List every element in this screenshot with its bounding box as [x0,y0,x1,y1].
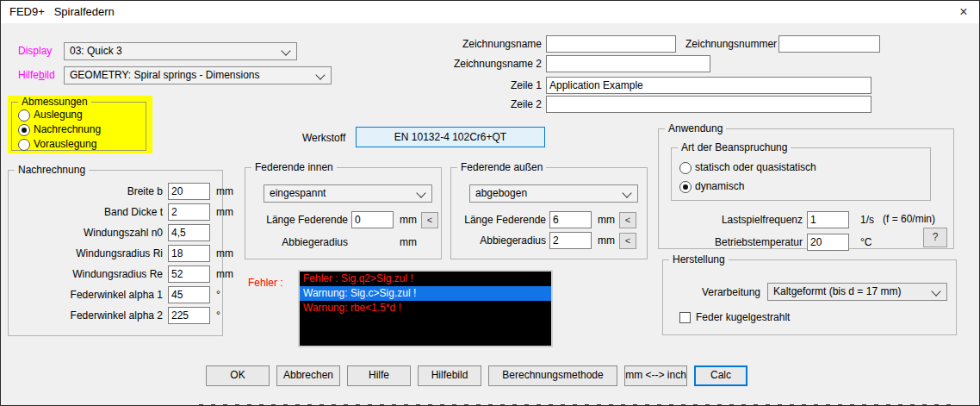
zeile2-label: Zeile 2 [483,98,542,111]
chevron-down-icon [281,46,290,55]
display-combobox-value: 03: Quick 3 [70,45,122,57]
unit-label: mm [598,234,615,247]
radio-dynamisch[interactable] [679,181,692,193]
breite-b-input[interactable] [168,183,210,200]
dialog-window: FED9+ Spiralfedern × Display 03: Quick 3… [0,0,980,406]
unit-label: mm [216,185,233,198]
unit-label: mm [216,247,233,260]
zeichnungsname2-input[interactable] [546,55,710,72]
unit-label: 1/s [860,214,874,227]
band-dicke-input[interactable] [168,203,210,221]
anwendung-group-title: Anwendung [665,122,726,134]
help-button[interactable]: ? [923,228,947,247]
error-list-item-selected[interactable]: Warnung: Sig.c>Sig.zul ! [300,286,551,301]
laenge-federende-aussen-label: Länge Federende [451,214,546,227]
laenge-federende-innen-input[interactable] [351,211,394,228]
hilfebild-combobox-value: GEOMETRY: Spiral springs - Dimensions [70,69,260,81]
hilfebild-label: Hilfebild [18,69,55,82]
abmessungen-group-title: Abmessungen [18,96,91,108]
mm-inch-toggle-button[interactable]: mm <--> inch [624,365,687,386]
fehler-label: Fehler : [248,277,283,290]
error-listbox[interactable]: Fehler : Sig.q2>Sig.zul ! Warnung: Sig.c… [298,270,553,347]
radio-statisch[interactable] [679,162,692,174]
radio-nachrechnung-label: Nachrechnung [34,123,101,136]
herstellung-group-title: Herstellung [669,253,729,265]
zeichnungsnummer-label: Zeichnungsnummer [685,38,772,51]
nachrechnung-group-title: Nachrechnung [15,164,89,176]
window-title: FED9+ Spiralfedern [9,5,115,18]
unit-label: mm [598,214,615,227]
display-combobox[interactable]: 03: Quick 3 [64,42,297,60]
zeile1-label: Zeile 1 [483,79,542,92]
hilfebild-combobox[interactable]: GEOMETRY: Spiral springs - Dimensions [64,66,332,84]
unit-label: ° [216,289,220,302]
help-button-footer[interactable]: Hilfe [347,365,411,386]
verarbeitung-combobox[interactable]: Kaltgeformt (bis d = 17 mm) [767,283,947,301]
unit-label: ° [216,309,220,322]
berechnungsmethode-button[interactable]: Berechnungsmethode [488,365,617,386]
display-label: Display [18,45,52,58]
federwinkel-alpha1-input[interactable] [168,286,210,303]
laenge-federende-innen-label: Länge Federende [253,214,348,227]
zeichnungsname-label: Zeichnungsname [423,38,542,51]
abbiegeradius-innen-label: Abbiegeradius [253,236,348,249]
federende-innen-combobox[interactable]: eingespannt [264,184,432,203]
ok-button[interactable]: OK [206,365,270,386]
cancel-button[interactable]: Abbrechen [276,365,340,386]
zeichnungsname-input[interactable] [546,35,676,53]
field-label: Windungszahl n0 [15,227,163,240]
zeile2-input[interactable] [546,96,871,113]
beanspruchung-group-title: Art der Beanspruchung [678,141,791,153]
unit-label: mm [216,206,233,219]
error-list-item[interactable]: Warnung: rbe<1.5*d ! [300,301,551,315]
abbiegeradius-aussen-label: Abbiegeradius [451,234,546,247]
laenge-federende-aussen-input[interactable] [549,211,592,228]
chevron-down-icon [622,188,631,197]
unit-label: °C [860,236,871,249]
radio-nachrechnung[interactable] [18,124,30,136]
lastspielfrequenz-input[interactable] [807,211,849,228]
zeichnungsname2-label: Zeichnungsname 2 [423,58,542,71]
abbiegeradius-aussen-picker-button[interactable]: < [619,233,636,249]
werkstoff-label: Werkstoff [302,132,345,145]
windungsradius-ri-input[interactable] [168,245,210,262]
feder-kugelgestrahlt-label: Feder kugelgestrahlt [696,311,790,324]
hilfebild-button[interactable]: Hilfebild [418,365,481,386]
windungsradius-re-input[interactable] [168,265,210,283]
unit-label: mm [400,214,417,227]
zeile1-input[interactable] [546,77,871,94]
federende-innen-group-title: Federende innen [251,161,337,173]
laenge-innen-picker-button[interactable]: < [421,212,438,228]
chevron-down-icon [931,286,940,296]
feder-kugelgestrahlt-checkbox[interactable] [679,312,691,323]
betriebstemperatur-input[interactable] [807,234,849,251]
radio-vorauslegung[interactable] [18,139,30,151]
frequency-note: (f = 60/min) [883,213,935,225]
chevron-down-icon [416,188,425,197]
field-label: Windungsradius Ri [15,247,163,260]
federende-innen-combobox-value: eingespannt [270,187,326,199]
field-label: Federwinkel alpha 2 [15,309,163,322]
field-label: Windungsradius Re [15,268,163,281]
close-icon[interactable]: × [950,1,977,23]
title-bar[interactable]: FED9+ Spiralfedern × [1,1,979,23]
radio-dynamisch-label: dynamisch [695,180,744,193]
federwinkel-alpha2-input[interactable] [168,307,210,324]
verarbeitung-combobox-value: Kaltgeformt (bis d = 17 mm) [773,285,901,297]
error-list-item[interactable]: Fehler : Sig.q2>Sig.zul ! [300,272,551,286]
field-label: Breite b [15,185,163,198]
federende-aussen-combobox[interactable]: abgebogen [469,184,638,203]
windungszahl-input[interactable] [168,224,210,241]
federende-aussen-combobox-value: abgebogen [475,187,527,199]
federende-aussen-group-title: Federende außen [457,161,546,173]
verarbeitung-label: Verarbeitung [664,286,760,299]
zeichnungsnummer-input[interactable] [778,35,880,53]
laenge-aussen-picker-button[interactable]: < [619,212,636,228]
chevron-down-icon [315,70,325,79]
werkstoff-button[interactable]: EN 10132-4 102Cr6+QT [356,127,545,147]
unit-label: mm [216,268,233,281]
radio-vorauslegung-label: Vorauslegung [34,138,96,151]
abbiegeradius-aussen-input[interactable] [549,232,592,249]
radio-auslegung[interactable] [18,109,30,122]
calc-button[interactable]: Calc [694,365,747,386]
